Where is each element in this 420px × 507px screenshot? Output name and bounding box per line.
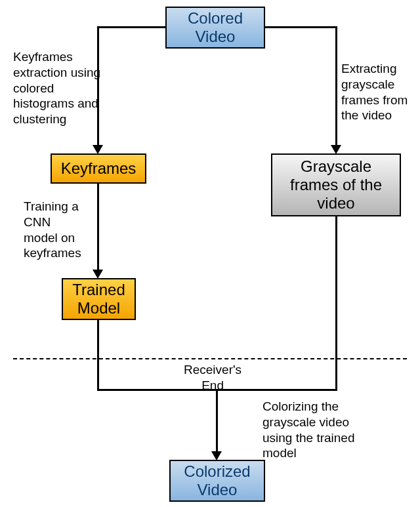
label-extracting-grayscale: Extracting grayscale frames from the vid… [341,61,408,123]
node-label: Trained Model [72,281,125,317]
label-text: Keyframes extraction using colored histo… [13,49,100,127]
label-colorizing: Colorizing the grayscale video using the… [262,399,355,461]
connector [335,26,337,146]
node-grayscale: Grayscale frames of the video [271,153,401,216]
connector [216,389,218,453]
connector [335,216,337,391]
arrowhead [331,145,341,154]
node-keyframes: Keyframes [51,153,146,184]
arrowhead [211,451,222,460]
arrowhead [93,270,103,279]
node-label: Colorized Video [184,462,250,499]
label-text: Training a CNN model on keyframes [24,199,81,261]
arrowhead [93,145,103,154]
label-training-cnn: Training a CNN model on keyframes [24,199,81,261]
label-text: Extracting grayscale frames from the vid… [341,61,408,123]
connector [97,320,99,391]
node-trained-model: Trained Model [62,278,136,320]
node-label: Grayscale frames of the video [290,157,382,213]
node-colored-video: Colored Video [165,7,265,49]
connector [97,26,167,28]
node-label: Colored Video [188,9,243,46]
divider-dashed [13,358,407,359]
connector [97,184,99,271]
node-label: Keyframes [61,159,136,178]
node-colorized-video: Colorized Video [169,460,265,502]
connector [264,26,337,28]
label-text: Colorizing the grayscale video using the… [262,399,355,461]
label-keyframes-extraction: Keyframes extraction using colored histo… [13,49,100,127]
